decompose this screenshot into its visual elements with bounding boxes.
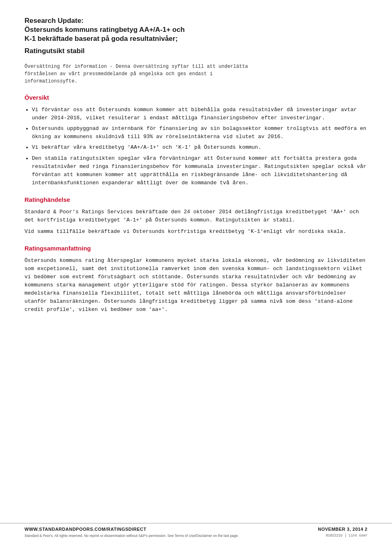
title-line2: Östersunds kommuns ratingbetyg AA+/A-1+ …: [24, 25, 368, 34]
title-line1: Research Update:: [24, 16, 368, 25]
footer-date: NOVEMBER 3, 2014 2: [318, 526, 368, 533]
bullet-2: Östersunds uppbyggnad av internbank för …: [32, 125, 368, 141]
section-heading-oversikt: Översikt: [24, 93, 368, 103]
footer-main-row: WWW.STANDARDANDPOORS.COM/RATINGSDIRECT N…: [0, 523, 392, 534]
page-footer: WWW.STANDARDANDPOORS.COM/RATINGSDIRECT N…: [0, 523, 392, 541]
bullet-1: Vi förväntar oss att Östersunds kommun k…: [32, 106, 368, 122]
bullet-4: Den stabila ratingutsikten speglar våra …: [32, 154, 368, 188]
section-heading-ratingsammanfattning: Ratingsammanfattning: [24, 244, 368, 253]
footer-code: 0102221U | Linx User: [326, 533, 368, 539]
ratinghandelse-para-2: Vid samma tillfälle bekräftade vi Östers…: [24, 228, 368, 236]
footer-notice: Standard & Poor's. All rights reserved. …: [24, 533, 239, 539]
section-heading-ratinghandelse: Ratinghändelse: [24, 195, 368, 205]
bullet-3: Vi bekräftar våra kreditbetyg 'AA+/A-1+'…: [32, 143, 368, 152]
title-line4: Ratingutsikt stabil: [24, 47, 368, 56]
oversikt-bullets: Vi förväntar oss att Östersunds kommun k…: [32, 106, 368, 187]
footer-website: WWW.STANDARDANDPOORS.COM/RATINGSDIRECT: [24, 526, 146, 533]
ratingsammanfattning-para-1: Östersunds kommuns rating återspeglar ko…: [24, 257, 368, 314]
page-header: Research Update: Östersunds kommuns rati…: [24, 16, 368, 56]
footer-sub-row: Standard & Poor's. All rights reserved. …: [0, 533, 392, 539]
title-line3: K-1 bekräftade baserat på goda resultatn…: [24, 34, 368, 43]
main-content: Research Update: Östersunds kommuns rati…: [24, 16, 368, 350]
ratinghandelse-para-1: Standard & Poor's Ratings Services bekrä…: [24, 208, 368, 224]
translation-note: Översättning för information - Denna öve…: [24, 63, 368, 85]
